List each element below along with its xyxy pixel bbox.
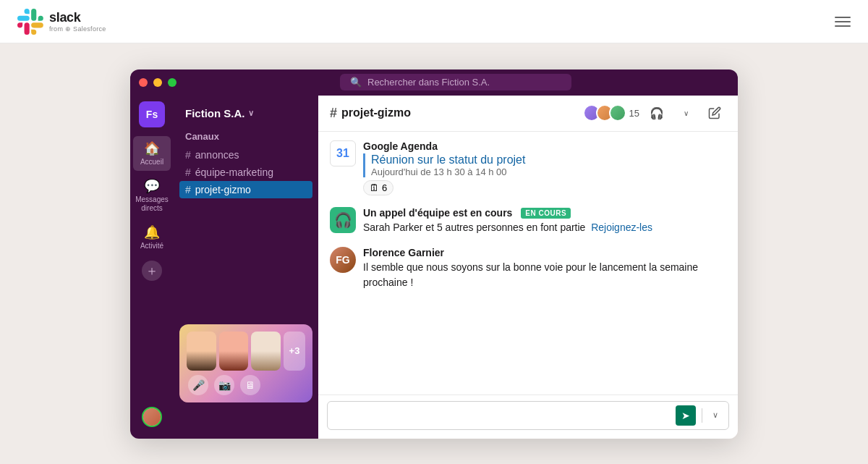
- home-label: Accueil: [140, 158, 163, 166]
- message-row-gcal: 31 Google Agenda Réunion sur le statut d…: [330, 140, 726, 195]
- huddle-text: Sarah Parker et 5 autres personnes en fo…: [363, 220, 726, 235]
- slack-wordmark: slack: [49, 10, 106, 25]
- call-card: +3 🎤 📷 🖥: [179, 324, 312, 402]
- workspace-avatar[interactable]: Fs: [139, 101, 165, 127]
- user-avatar-img: [143, 408, 161, 426]
- gcal-sender: Google Agenda: [363, 140, 726, 152]
- huddle-sender: Un appel d'équipe est en cours EN COURS: [363, 207, 726, 219]
- reaction-count: 6: [382, 182, 387, 193]
- sidebar-item-dms[interactable]: 💬 Messagesdirects: [133, 174, 171, 217]
- florence-message-content: Florence Garnier Il semble que nous soyo…: [363, 247, 726, 290]
- en-cours-badge: EN COURS: [521, 208, 571, 219]
- slack-logo-text: slack from ⊕ Salesforce: [49, 10, 106, 33]
- channel-title-text: projet-gizmo: [341, 106, 411, 119]
- camera-button[interactable]: 📷: [214, 375, 234, 395]
- mic-button[interactable]: 🎤: [188, 375, 208, 395]
- edit-icon: [708, 106, 721, 119]
- sidebar-panel: Fiction S.A. ∨ Canaux # annonces # équip…: [174, 96, 318, 439]
- close-button[interactable]: [139, 78, 148, 87]
- chat-header: # projet-gizmo 15 🎧 ∨: [318, 96, 738, 132]
- channel-name: équipe-marketing: [195, 166, 273, 178]
- search-icon: 🔍: [350, 77, 362, 88]
- face-2: [219, 332, 249, 371]
- sidebar-icons: Fs 🏠 Accueil 💬 Messagesdirects 🔔 Activit…: [130, 96, 174, 439]
- slack-logo: slack from ⊕ Salesforce: [17, 9, 106, 35]
- call-faces: +3: [187, 332, 305, 371]
- slack-logo-icon: [17, 9, 43, 35]
- workspace-name[interactable]: Fiction S.A. ∨: [179, 104, 312, 128]
- sidebar-item-home[interactable]: 🏠 Accueil: [133, 136, 171, 171]
- channels-section-label: Canaux: [179, 128, 312, 146]
- event-title-link[interactable]: Réunion sur le statut du projet: [371, 153, 525, 166]
- main-area: 🔍 Rechercher dans Fiction S.A. Fs 🏠 Accu…: [0, 43, 868, 464]
- florence-text: Il semble que nous soyons sur la bonne v…: [363, 260, 726, 290]
- channel-hash: #: [330, 106, 337, 121]
- hash-icon: #: [185, 184, 191, 195]
- search-bar[interactable]: 🔍 Rechercher dans Fiction S.A.: [340, 74, 571, 90]
- activity-label: Activité: [140, 242, 163, 250]
- screen-button[interactable]: 🖥: [240, 375, 260, 395]
- channel-item-projet-gizmo[interactable]: # projet-gizmo: [179, 181, 312, 198]
- huddle-avatar: 🎧: [330, 207, 356, 233]
- hamburger-menu-icon[interactable]: [835, 17, 851, 27]
- sidebar-item-activity[interactable]: 🔔 Activité: [133, 220, 171, 255]
- face-3: [251, 332, 281, 371]
- home-icon: 🏠: [144, 140, 160, 156]
- huddle-message-content: Un appel d'équipe est en cours EN COURS …: [363, 207, 726, 236]
- reaction-emoji: 🗓: [370, 182, 379, 193]
- call-controls: 🎤 📷 🖥: [187, 375, 305, 395]
- channel-item-annonces[interactable]: # annonces: [179, 146, 312, 164]
- user-avatar[interactable]: [142, 407, 162, 427]
- florence-avatar: FG: [330, 247, 356, 273]
- slack-subtext: from ⊕ Salesforce: [49, 25, 106, 33]
- gcal-message-content: Google Agenda Réunion sur le statut du p…: [363, 140, 726, 195]
- send-dropdown[interactable]: ∨: [708, 405, 723, 426]
- title-search: 🔍 Rechercher dans Fiction S.A.: [182, 74, 729, 90]
- channel-name: projet-gizmo: [195, 184, 251, 195]
- hash-icon: #: [185, 149, 191, 161]
- top-bar: slack from ⊕ Salesforce: [0, 0, 868, 43]
- member-count: 15: [629, 108, 639, 119]
- send-button[interactable]: ➤: [676, 405, 696, 426]
- chat-area: # projet-gizmo 15 🎧 ∨: [318, 96, 738, 439]
- title-bar: 🔍 Rechercher dans Fiction S.A.: [130, 69, 738, 96]
- headphone-button[interactable]: 🎧: [645, 101, 668, 125]
- message-row-florence: FG Florence Garnier Il semble que nous s…: [330, 247, 726, 290]
- message-row-huddle: 🎧 Un appel d'équipe est en cours EN COUR…: [330, 207, 726, 236]
- headphone-dropdown[interactable]: ∨: [674, 101, 697, 125]
- messages-area: 31 Google Agenda Réunion sur le statut d…: [318, 132, 738, 395]
- florence-sender: Florence Garnier: [363, 247, 726, 258]
- face-1: [187, 332, 216, 371]
- minimize-button[interactable]: [153, 78, 162, 87]
- channel-title: # projet-gizmo: [330, 106, 411, 121]
- search-placeholder: Rechercher dans Fiction S.A.: [367, 77, 490, 88]
- window-body: Fs 🏠 Accueil 💬 Messagesdirects 🔔 Activit…: [130, 96, 738, 439]
- reaction-button[interactable]: 🗓 6: [363, 180, 393, 195]
- dms-icon: 💬: [144, 178, 160, 194]
- message-input-box: ➤ ∨: [327, 401, 729, 430]
- workspace-chevron: ∨: [248, 109, 254, 118]
- activity-icon: 🔔: [144, 224, 160, 240]
- face-plus: +3: [284, 332, 305, 371]
- google-cal-avatar: 31: [330, 140, 356, 166]
- event-time: Aujourd'hui de 13 h 30 à 14 h 00: [371, 166, 726, 177]
- hash-icon: #: [185, 166, 191, 178]
- send-divider: [702, 408, 702, 423]
- add-button[interactable]: ＋: [142, 261, 162, 281]
- header-avatar-3: [609, 104, 626, 122]
- message-input[interactable]: [333, 410, 670, 421]
- maximize-button[interactable]: [168, 78, 176, 87]
- channel-name: annonces: [195, 149, 239, 161]
- channel-item-equipe-marketing[interactable]: # équipe-marketing: [179, 164, 312, 181]
- dms-label: Messagesdirects: [135, 195, 169, 213]
- edit-button[interactable]: [703, 101, 726, 125]
- app-window: 🔍 Rechercher dans Fiction S.A. Fs 🏠 Accu…: [130, 69, 738, 439]
- rejoignez-link[interactable]: Rejoignez-les: [591, 222, 652, 233]
- event-stripe: Réunion sur le statut du projet Aujourd'…: [363, 153, 726, 177]
- header-avatars: 15: [587, 104, 639, 122]
- message-input-area: ➤ ∨: [318, 395, 738, 439]
